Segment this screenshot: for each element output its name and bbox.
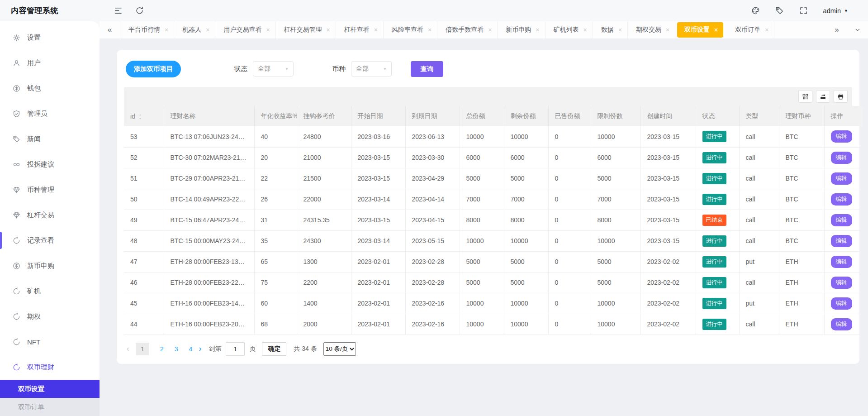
pagination-prev[interactable]: ‹ <box>127 344 129 354</box>
edit-button[interactable]: 编辑 <box>831 152 852 164</box>
column-header[interactable]: 已售份额 <box>548 106 591 126</box>
column-header[interactable]: 剩余份额 <box>504 106 548 126</box>
edit-button[interactable]: 编辑 <box>831 297 852 310</box>
cell-rate: 20 <box>254 147 297 168</box>
sidebar-item[interactable]: NFT <box>0 329 100 354</box>
edit-button[interactable]: 编辑 <box>831 256 852 268</box>
tab-item[interactable]: 矿机列表× <box>545 21 593 38</box>
sidebar-subitem[interactable]: 双币订单 <box>0 398 100 416</box>
tabs-menu-button[interactable] <box>847 21 868 38</box>
pagination-page[interactable]: 4 <box>189 345 193 353</box>
tabs-scroll-right-button[interactable]: » <box>826 21 847 38</box>
cell-name: BTC-13 07:06JUN23-2480... <box>164 126 254 147</box>
close-tab-icon[interactable]: × <box>536 27 539 33</box>
column-header[interactable]: 到期日期 <box>405 106 460 126</box>
sidebar-item[interactable]: 新闻 <box>0 126 100 152</box>
print-button[interactable] <box>834 90 848 103</box>
fullscreen-icon[interactable] <box>799 6 808 15</box>
tabs-scroll-left-button[interactable]: « <box>100 21 120 38</box>
sort-icon[interactable] <box>138 114 142 120</box>
cell-end: 2023-05-15 <box>405 230 460 251</box>
column-header[interactable]: 理财币种 <box>779 106 824 126</box>
tab-item[interactable]: 杠杆交易管理× <box>276 21 336 38</box>
close-tab-icon[interactable]: × <box>488 27 492 33</box>
edit-button[interactable]: 编辑 <box>831 193 852 206</box>
column-header[interactable]: 类型 <box>739 106 779 126</box>
refresh-icon[interactable] <box>135 6 144 15</box>
query-button[interactable]: 查询 <box>411 61 443 77</box>
pagination-page[interactable]: 3 <box>175 345 178 353</box>
close-tab-icon[interactable]: × <box>583 27 587 33</box>
add-dual-currency-button[interactable]: 添加双币项目 <box>126 61 181 77</box>
tab-item[interactable]: 双币设置× <box>677 22 723 38</box>
close-tab-icon[interactable]: × <box>266 27 270 33</box>
edit-button[interactable]: 编辑 <box>831 235 852 247</box>
tab-item[interactable]: 杠杆查看× <box>336 21 384 38</box>
edit-button[interactable]: 编辑 <box>831 130 852 143</box>
sidebar-subitem[interactable]: 双币设置 <box>0 380 100 398</box>
close-tab-icon[interactable]: × <box>327 27 330 33</box>
coin-filter-select[interactable]: 全部 ▼ <box>351 61 392 77</box>
close-tab-icon[interactable]: × <box>374 27 378 33</box>
tab-item[interactable]: 数据× <box>593 21 628 38</box>
close-tab-icon[interactable]: × <box>165 27 168 33</box>
close-tab-icon[interactable]: × <box>206 27 209 33</box>
column-header[interactable]: 创建时间 <box>640 106 696 126</box>
pagination-page[interactable]: 2 <box>160 345 164 353</box>
goto-confirm-button[interactable]: 确定 <box>262 342 286 356</box>
close-tab-icon[interactable]: × <box>618 27 622 33</box>
close-tab-icon[interactable]: × <box>428 27 432 33</box>
tab-item[interactable]: 期权交易× <box>628 21 675 38</box>
close-tab-icon[interactable]: × <box>714 27 718 33</box>
link-icon <box>13 161 20 168</box>
column-header[interactable]: 操作 <box>824 106 863 126</box>
tab-item[interactable]: 机器人× <box>174 21 215 38</box>
column-header[interactable]: 挂钩参考价 <box>297 106 351 126</box>
sidebar-item[interactable]: 期权 <box>0 304 100 329</box>
status-filter-select[interactable]: 全部 ▼ <box>253 61 294 77</box>
cell-coin: BTC <box>779 126 824 147</box>
sidebar-item[interactable]: 新币申购 <box>0 253 100 278</box>
column-header[interactable]: 总份额 <box>460 106 504 126</box>
close-tab-icon[interactable]: × <box>765 27 768 33</box>
page-size-select[interactable]: 10 条/页 <box>323 342 356 356</box>
column-header[interactable]: 开始日期 <box>351 106 405 126</box>
user-menu[interactable]: admin ▼ <box>823 7 848 14</box>
sidebar-item[interactable]: 设置 <box>0 25 100 50</box>
sidebar-item[interactable]: 杠杆交易 <box>0 202 100 228</box>
edit-button[interactable]: 编辑 <box>831 318 852 330</box>
column-header[interactable]: 状态 <box>696 106 739 126</box>
column-header[interactable]: 理财名称 <box>164 106 254 126</box>
edit-button[interactable]: 编辑 <box>831 214 852 226</box>
align-left-icon[interactable] <box>114 6 123 15</box>
sidebar-item[interactable]: 矿机 <box>0 278 100 304</box>
sidebar-item[interactable]: 币种管理 <box>0 177 100 202</box>
sidebar-item[interactable]: 用户 <box>0 50 100 76</box>
tab-item[interactable]: 风险率查看× <box>384 21 437 38</box>
sidebar-item[interactable]: 记录查看 <box>0 228 100 253</box>
column-header[interactable]: 年化收益率% <box>254 106 297 126</box>
column-header[interactable]: 限制份数 <box>591 106 640 126</box>
export-button[interactable] <box>816 90 830 103</box>
tab-item[interactable]: 新币申购× <box>498 21 545 38</box>
sidebar-item-label: 钱包 <box>27 84 41 93</box>
close-tab-icon[interactable]: × <box>666 27 669 33</box>
columns-button[interactable] <box>798 90 812 103</box>
sidebar-item[interactable]: 管理员 <box>0 101 100 126</box>
pagination-page[interactable]: 1 <box>136 343 149 355</box>
tab-item[interactable]: 双币订单× <box>727 21 774 38</box>
pagination-next[interactable]: › <box>199 344 201 354</box>
tab-item[interactable]: 倍数手数查看× <box>437 21 498 38</box>
edit-button[interactable]: 编辑 <box>831 172 852 185</box>
sidebar-item[interactable]: 投拆建议 <box>0 152 100 177</box>
goto-page-input[interactable] <box>226 342 245 356</box>
palette-icon[interactable] <box>751 6 760 15</box>
tab-item[interactable]: 用户交易查看× <box>215 21 275 38</box>
edit-button[interactable]: 编辑 <box>831 277 852 289</box>
tab-item[interactable]: 平台币行情× <box>120 21 174 38</box>
sidebar-item-label: 期权 <box>27 312 41 321</box>
sidebar-item[interactable]: 双币理财 <box>0 354 100 380</box>
column-header[interactable]: id <box>124 106 164 126</box>
tag-icon[interactable] <box>775 6 784 15</box>
sidebar-item[interactable]: 钱包 <box>0 76 100 101</box>
